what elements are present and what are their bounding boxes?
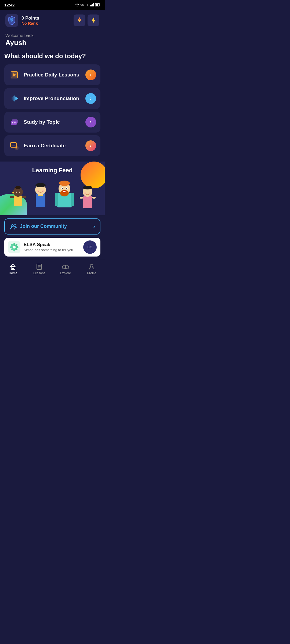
profile-icon [88,263,95,270]
svg-rect-49 [63,191,66,192]
streak-button[interactable] [74,14,85,26]
community-btn-left: Join our Community [10,223,67,230]
svg-point-52 [83,186,92,189]
svg-rect-56 [92,197,96,199]
nav-explore-label: Explore [60,271,71,275]
join-community-button[interactable]: Join our Community › [4,218,100,235]
welcome-section: Welcome back, Ayush [0,31,105,52]
character-4 [78,181,98,210]
nav-lessons-label: Lessons [33,271,45,275]
elsa-subtitle: Simon has something to tell you [24,248,73,252]
header: 0 Points No Rank [0,10,105,31]
shield-icon-wrap [5,14,18,27]
elsa-logo-icon [10,243,19,252]
arrow-chevron: › [90,72,92,78]
svg-point-35 [35,183,46,187]
svg-point-47 [66,188,67,189]
nav-lessons[interactable]: Lessons [31,263,47,275]
character-1 [7,181,29,210]
network-label: VoLTE [80,3,89,6]
battery-icon [95,3,100,6]
flame-icon [77,17,82,24]
status-icons: VoLTE [75,3,100,6]
feed-title: Learning Feed [0,162,105,177]
chat-bubbles-icon [9,117,19,127]
svg-point-27 [16,192,17,193]
practice-daily-arrow[interactable]: › [85,69,96,80]
svg-rect-77 [65,265,66,269]
certificate-arrow[interactable]: › [85,140,96,151]
menu-item-left: Earn a Certificate [9,140,66,151]
wifi-icon [75,3,79,6]
svg-rect-1 [96,4,98,6]
certificate-icon-wrap [9,140,20,151]
points-text: 0 Points [21,16,39,21]
lightning-icon [91,17,96,24]
practice-daily-lessons-item[interactable]: Practice Daily Lessons › [4,64,100,85]
elsa-info: ELSA Speak Simon has something to tell y… [24,242,73,252]
book-play-icon-wrap [9,69,20,80]
nav-home-label: Home [9,271,17,275]
feed-characters [0,177,105,210]
svg-point-26 [15,186,21,189]
svg-point-78 [90,264,93,267]
shield-icon [8,16,16,25]
points-info: 0 Points No Rank [21,16,39,25]
chat-icon-wrap [9,116,20,128]
elsa-progress-button[interactable]: 0/5 [83,240,97,254]
pronunciation-arrow[interactable]: › [85,93,96,104]
svg-point-16 [12,122,13,123]
waveform-icon-wrap [9,93,20,104]
welcome-name: Ayush [5,39,99,47]
svg-rect-31 [22,196,26,198]
study-topic-label: Study by Topic [24,119,60,125]
menu-item-left: Improve Pronunciation [9,93,79,104]
header-right [74,14,99,26]
svg-point-36 [37,190,39,192]
arrow-chevron: › [90,119,92,125]
svg-rect-39 [55,193,58,206]
nav-home[interactable]: Home [5,263,21,275]
bottom-nav: Home Lessons Explore Profile [0,260,105,280]
book-play-icon [9,70,19,80]
character-3 [52,177,77,210]
svg-point-42 [59,181,70,186]
svg-point-46 [62,188,63,189]
svg-rect-50 [83,196,92,208]
community-chevron: › [93,223,95,229]
header-left: 0 Points No Rank [5,14,39,27]
community-icon [10,223,17,230]
study-topic-arrow[interactable]: › [85,117,96,127]
section-title: What should we do today? [4,52,100,60]
elsa-card[interactable]: ELSA Speak Simon has something to tell y… [4,238,100,257]
home-icon [10,263,17,270]
certificate-label: Earn a Certificate [24,143,66,149]
nav-explore[interactable]: Explore [57,263,74,275]
status-time: 12:42 [4,3,15,7]
lightning-button[interactable] [88,14,99,26]
svg-point-18 [15,122,16,123]
study-topic-item[interactable]: Study by Topic › [4,112,100,133]
svg-point-17 [14,122,15,123]
practice-daily-label: Practice Daily Lessons [24,72,79,78]
community-label: Join our Community [20,224,67,229]
lessons-icon [36,263,43,270]
signal-icon [90,3,94,6]
pronunciation-label: Improve Pronunciation [24,96,79,101]
character-2 [30,178,51,210]
svg-point-54 [89,192,91,195]
pronunciation-item[interactable]: Improve Pronunciation › [4,88,100,109]
svg-point-53 [84,192,86,195]
svg-rect-30 [10,196,14,198]
elsa-logo [8,241,20,253]
learning-feed: Learning Feed [0,162,105,215]
certificate-item[interactable]: Earn a Certificate › [4,135,100,156]
waveform-icon [9,94,19,103]
nav-profile[interactable]: Profile [84,263,100,275]
nav-profile-label: Profile [87,271,96,275]
arrow-chevron: › [90,96,92,101]
svg-point-28 [19,192,20,193]
svg-point-37 [42,190,44,192]
elsa-name: ELSA Speak [24,242,73,247]
welcome-label: Welcome back, [5,33,99,38]
